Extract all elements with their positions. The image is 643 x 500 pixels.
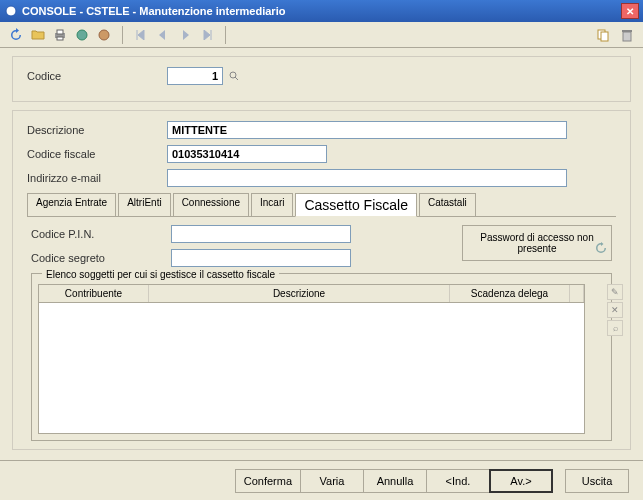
refresh-icon[interactable] (6, 25, 26, 45)
tab-connessione[interactable]: Connessione (173, 193, 249, 216)
window-title: CONSOLE - CSTELE - Manutenzione intermed… (22, 5, 621, 17)
grid-delete-icon[interactable]: ✕ (607, 302, 623, 318)
grid-col-descrizione[interactable]: Descrizione (149, 285, 450, 302)
elenco-fieldset: Elenco soggetti per cui si gestisce il c… (31, 273, 612, 441)
av-button[interactable]: Av.> (489, 469, 553, 493)
toolbar (0, 22, 643, 48)
annulla-button[interactable]: Annulla (363, 469, 427, 493)
delete-icon[interactable] (617, 25, 637, 45)
svg-point-4 (77, 30, 87, 40)
email-label: Indirizzo e-mail (27, 172, 167, 184)
grid-side-toolbar: ✎ ✕ ⌕ (607, 284, 625, 336)
pin-label: Codice P.I.N. (31, 228, 171, 240)
elenco-grid[interactable]: Contribuente Descrizione Scadenza delega (38, 284, 585, 434)
svg-line-11 (235, 77, 238, 80)
tab-body: Password di accesso non presente Codice … (27, 217, 616, 445)
footer: Conferma Varia Annulla <Ind. Av.> Uscita (0, 460, 643, 500)
ind-button[interactable]: <Ind. (426, 469, 490, 493)
password-status-box: Password di accesso non presente (462, 225, 612, 261)
main-panel: Descrizione Codice fiscale Indirizzo e-m… (12, 110, 631, 450)
conferma-button[interactable]: Conferma (235, 469, 301, 493)
password-status-text: Password di accesso non presente (480, 232, 593, 254)
grid-col-spacer (570, 285, 584, 302)
codice-input[interactable] (167, 67, 223, 85)
titlebar: CONSOLE - CSTELE - Manutenzione intermed… (0, 0, 643, 22)
varia-button[interactable]: Varia (300, 469, 364, 493)
grid-col-contribuente[interactable]: Contribuente (39, 285, 149, 302)
grid-col-scadenza[interactable]: Scadenza delega (450, 285, 570, 302)
segreto-input[interactable] (171, 249, 351, 267)
nav-next-icon[interactable] (175, 25, 195, 45)
svg-rect-8 (623, 32, 631, 41)
pin-input[interactable] (171, 225, 351, 243)
svg-rect-9 (622, 30, 632, 32)
svg-rect-2 (57, 30, 63, 34)
tab-catastali[interactable]: Catastali (419, 193, 476, 216)
elenco-title: Elenco soggetti per cui si gestisce il c… (42, 269, 279, 280)
segreto-label: Codice segreto (31, 252, 171, 264)
copy-icon[interactable] (593, 25, 613, 45)
email-input[interactable] (167, 169, 567, 187)
refresh-password-icon[interactable] (595, 242, 607, 256)
descrizione-input[interactable] (167, 121, 567, 139)
folder-icon[interactable] (28, 25, 48, 45)
nav-prev-icon[interactable] (153, 25, 173, 45)
nav-first-icon[interactable] (131, 25, 151, 45)
svg-point-0 (6, 6, 16, 16)
tab-incarichi[interactable]: Incari (251, 193, 293, 216)
app-icon (4, 4, 18, 18)
codice-fiscale-input[interactable] (167, 145, 327, 163)
search-icon[interactable] (227, 69, 241, 83)
codice-label: Codice (27, 70, 167, 82)
svg-rect-7 (601, 32, 608, 41)
svg-rect-3 (57, 37, 63, 40)
nav-last-icon[interactable] (197, 25, 217, 45)
tab-cassetto-fiscale[interactable]: Cassetto Fiscale (295, 193, 416, 217)
grid-search-icon[interactable]: ⌕ (607, 320, 623, 336)
action-icon[interactable] (94, 25, 114, 45)
descrizione-label: Descrizione (27, 124, 167, 136)
codice-panel: Codice (12, 56, 631, 102)
svg-point-5 (99, 30, 109, 40)
tab-altri-enti[interactable]: AltriEnti (118, 193, 170, 216)
grid-edit-icon[interactable]: ✎ (607, 284, 623, 300)
close-button[interactable]: ✕ (621, 3, 639, 19)
codice-fiscale-label: Codice fiscale (27, 148, 167, 160)
content-area: Codice Descrizione Codice fiscale Indiri… (0, 48, 643, 460)
globe-icon[interactable] (72, 25, 92, 45)
uscita-button[interactable]: Uscita (565, 469, 629, 493)
tab-agenzia-entrate[interactable]: Agenzia Entrate (27, 193, 116, 216)
print-icon[interactable] (50, 25, 70, 45)
tabstrip: Agenzia Entrate AltriEnti Connessione In… (27, 193, 616, 217)
